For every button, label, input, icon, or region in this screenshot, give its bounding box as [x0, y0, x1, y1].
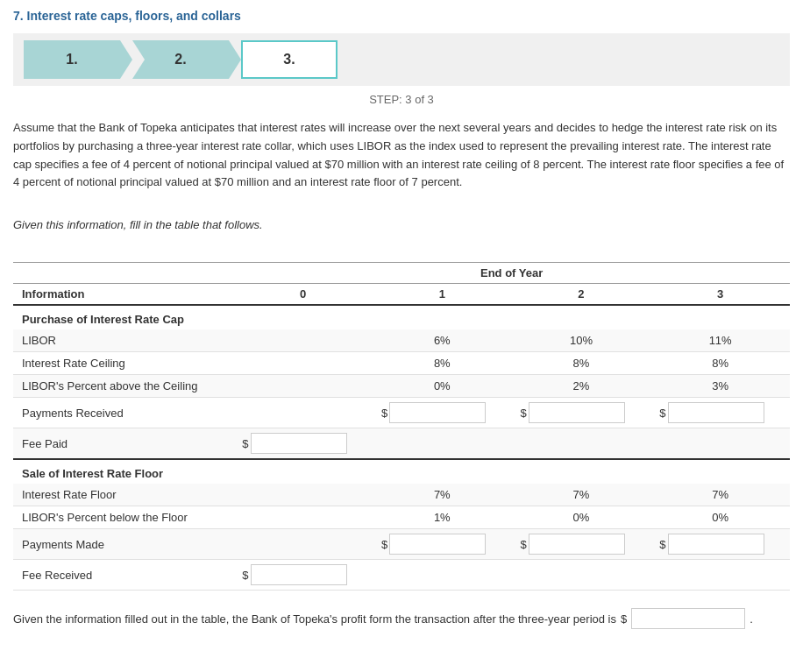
cell-col1: $	[373, 529, 512, 560]
cell-input[interactable]	[389, 402, 486, 423]
cell-col2: $	[512, 529, 651, 560]
row-label: Payments Received	[13, 398, 233, 428]
cell-col0	[233, 398, 373, 428]
input-wrapper: $	[242, 433, 364, 454]
table-row: Interest Rate Floor7%7%7%	[13, 484, 790, 506]
cell-col2	[512, 560, 651, 591]
section-title-1: Sale of Interest Rate Floor	[13, 459, 790, 484]
column-header-row: Information 0 1 2 3	[13, 284, 790, 306]
col-0-header: 0	[233, 284, 373, 306]
description-text: Assume that the Bank of Topeka anticipat…	[13, 119, 790, 192]
cell-col0	[233, 352, 373, 375]
cell-col3	[650, 428, 790, 460]
table-row: Payments Made$$$	[13, 529, 790, 560]
row-label: Interest Rate Floor	[13, 484, 233, 506]
cell-col1: 1%	[373, 506, 512, 529]
cell-col2: 2%	[512, 375, 651, 398]
row-label: LIBOR	[13, 329, 233, 352]
cell-col1	[373, 560, 512, 591]
section-title: 7. Interest rate caps, floors, and colla…	[13, 9, 790, 23]
cell-input[interactable]	[668, 402, 764, 423]
input-wrapper: $	[659, 534, 781, 555]
cell-col0: $	[233, 428, 373, 460]
cell-col1: 7%	[373, 484, 512, 506]
table-row: LIBOR6%10%11%	[13, 329, 790, 352]
cell-col2: 7%	[512, 484, 651, 506]
cell-col3: $	[650, 529, 790, 560]
cell-col3: 3%	[650, 375, 790, 398]
cell-col0	[233, 506, 373, 529]
section-title-0: Purchase of Interest Rate Cap	[13, 305, 790, 329]
input-wrapper: $	[521, 402, 643, 423]
col-1-header: 1	[373, 284, 512, 306]
cell-input[interactable]	[668, 534, 764, 555]
instruction-text: Given this information, fill in the tabl…	[13, 218, 790, 231]
profit-input[interactable]	[631, 608, 745, 629]
cell-input[interactable]	[529, 402, 625, 423]
col-3-header: 3	[650, 284, 790, 306]
stepper: 1. 2. 3.	[13, 33, 790, 86]
end-of-year-header: End of Year	[233, 263, 790, 284]
cell-col0	[233, 375, 373, 398]
cell-col3: $	[650, 398, 790, 428]
dollar-sign: $	[521, 538, 527, 551]
cell-col0: $	[233, 560, 373, 591]
cell-col3: 8%	[650, 352, 790, 375]
table-row: LIBOR's Percent above the Ceiling0%2%3%	[13, 375, 790, 398]
table-row: Fee Paid$	[13, 428, 790, 460]
cell-col2	[512, 428, 651, 460]
cell-col2: 0%	[512, 506, 651, 529]
dollar-sign: $	[381, 538, 387, 551]
row-label: Payments Made	[13, 529, 233, 560]
cell-input[interactable]	[251, 564, 347, 585]
dollar-sign: $	[381, 407, 387, 420]
cell-input[interactable]	[389, 534, 486, 555]
table-row: Fee Received$	[13, 560, 790, 591]
table-row: Payments Received$$$	[13, 398, 790, 428]
step-indicator: STEP: 3 of 3	[13, 93, 790, 106]
step-2-label: 2.	[174, 52, 186, 67]
section-header-1: Sale of Interest Rate Floor	[13, 459, 790, 484]
bottom-question: Given the information filled out in the …	[13, 608, 790, 629]
main-table: End of Year Information 0 1 2 3 Purchase…	[13, 262, 790, 591]
cell-col3: 0%	[650, 506, 790, 529]
input-wrapper: $	[521, 534, 643, 555]
cell-col2: $	[512, 398, 651, 428]
dollar-sign: $	[659, 538, 665, 551]
cell-col2: 10%	[512, 329, 651, 352]
row-label: Interest Rate Ceiling	[13, 352, 233, 375]
cell-input[interactable]	[529, 534, 625, 555]
input-wrapper: $	[242, 564, 364, 585]
input-wrapper: $	[659, 402, 781, 423]
row-label: Fee Paid	[13, 428, 233, 460]
cell-col3: 7%	[650, 484, 790, 506]
col-2-header: 2	[512, 284, 651, 306]
step-2[interactable]: 2.	[132, 40, 229, 79]
step-1-label: 1.	[66, 52, 77, 67]
row-label: LIBOR's Percent above the Ceiling	[13, 375, 233, 398]
section-header-0: Purchase of Interest Rate Cap	[13, 305, 790, 329]
bottom-text-before: Given the information filled out in the …	[13, 612, 616, 626]
input-wrapper: $	[381, 534, 503, 555]
cell-col3: 11%	[650, 329, 790, 352]
dollar-sign: $	[521, 407, 527, 420]
table-row: LIBOR's Percent below the Floor1%0%0%	[13, 506, 790, 529]
dollar-sign: $	[659, 407, 665, 420]
step-3[interactable]: 3.	[241, 40, 338, 79]
bottom-dollar-sign: $	[621, 612, 627, 626]
cell-col3	[650, 560, 790, 591]
table-row: Interest Rate Ceiling8%8%8%	[13, 352, 790, 375]
cell-col0	[233, 329, 373, 352]
cell-input[interactable]	[251, 433, 347, 454]
step-3-label: 3.	[283, 52, 295, 67]
cell-col1	[373, 428, 512, 460]
cell-col0	[233, 484, 373, 506]
row-label: LIBOR's Percent below the Floor	[13, 506, 233, 529]
col-info-header: Information	[13, 284, 233, 306]
dollar-sign: $	[242, 437, 248, 450]
cell-col2: 8%	[512, 352, 651, 375]
cell-col1: 8%	[373, 352, 512, 375]
step-1[interactable]: 1.	[24, 40, 120, 79]
cell-col0	[233, 529, 373, 560]
end-of-year-header-row: End of Year	[13, 263, 790, 284]
